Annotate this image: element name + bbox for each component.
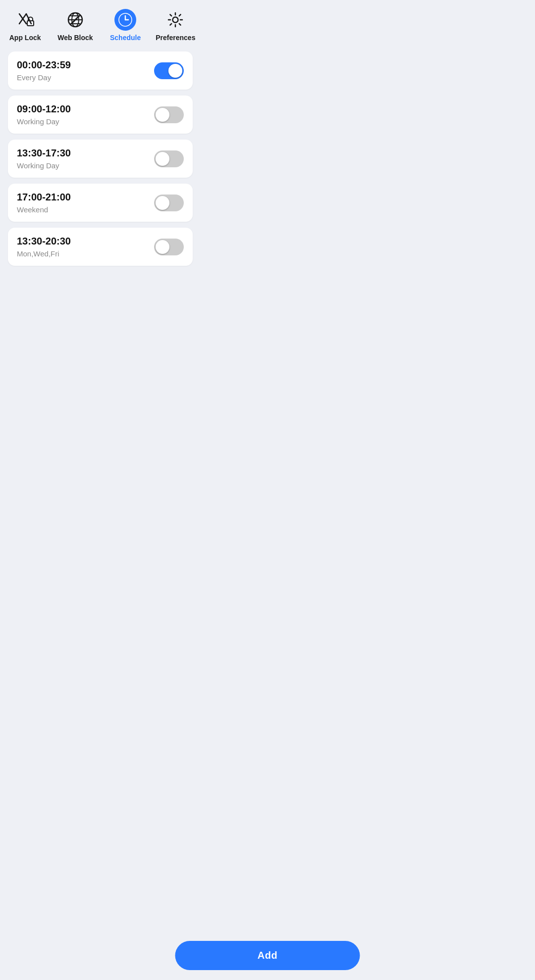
schedule-time-5: 13:30-20:30 xyxy=(17,236,71,247)
schedule-days-3: Working Day xyxy=(17,161,71,170)
schedule-toggle-4[interactable] xyxy=(154,195,184,211)
schedule-days-4: Weekend xyxy=(17,205,71,214)
nav-label-preferences: Preferences xyxy=(156,34,195,42)
nav-label-web-block: Web Block xyxy=(57,34,93,42)
schedule-days-5: Mon,Wed,Fri xyxy=(17,249,71,258)
toggle-track-4[interactable] xyxy=(154,195,184,211)
schedule-days-1: Every Day xyxy=(17,73,71,82)
schedule-toggle-3[interactable] xyxy=(154,150,184,167)
web-block-icon xyxy=(64,9,86,31)
toggle-thumb-3 xyxy=(156,152,169,166)
schedule-card-2[interactable]: 09:00-12:00 Working Day xyxy=(8,96,193,134)
schedule-time-1: 00:00-23:59 xyxy=(17,59,71,71)
app-lock-icon xyxy=(14,9,36,31)
nav-label-app-lock: App Lock xyxy=(9,34,41,42)
schedule-card-5[interactable]: 13:30-20:30 Mon,Wed,Fri xyxy=(8,228,193,266)
toggle-track-2[interactable] xyxy=(154,106,184,123)
nav-item-schedule[interactable]: Schedule xyxy=(101,9,151,42)
nav-label-schedule: Schedule xyxy=(110,34,141,42)
schedule-card-3[interactable]: 13:30-17:30 Working Day xyxy=(8,140,193,178)
svg-point-13 xyxy=(173,17,178,23)
toggle-track-1[interactable] xyxy=(154,62,184,79)
schedule-card-1[interactable]: 00:00-23:59 Every Day xyxy=(8,51,193,90)
schedule-toggle-2[interactable] xyxy=(154,106,184,123)
toggle-thumb-5 xyxy=(156,240,169,254)
schedule-time-2: 09:00-12:00 xyxy=(17,103,71,115)
schedule-list: 00:00-23:59 Every Day 09:00-12:00 Workin… xyxy=(0,47,201,271)
toggle-track-5[interactable] xyxy=(154,239,184,255)
preferences-icon xyxy=(164,9,186,31)
schedule-time-3: 13:30-17:30 xyxy=(17,147,71,159)
schedule-info-1: 00:00-23:59 Every Day xyxy=(17,59,71,82)
schedule-info-3: 13:30-17:30 Working Day xyxy=(17,147,71,170)
schedule-info-4: 17:00-21:00 Weekend xyxy=(17,192,71,214)
schedule-icon xyxy=(114,9,136,31)
toggle-thumb-4 xyxy=(156,196,169,210)
toggle-thumb-1 xyxy=(168,64,182,78)
schedule-info-5: 13:30-20:30 Mon,Wed,Fri xyxy=(17,236,71,258)
nav-item-preferences[interactable]: Preferences xyxy=(151,9,201,42)
schedule-time-4: 17:00-21:00 xyxy=(17,192,71,203)
schedule-card-4[interactable]: 17:00-21:00 Weekend xyxy=(8,184,193,222)
toggle-track-3[interactable] xyxy=(154,150,184,167)
nav-item-web-block[interactable]: Web Block xyxy=(50,9,100,42)
schedule-toggle-5[interactable] xyxy=(154,239,184,255)
top-nav: App Lock Web Block xyxy=(0,0,201,47)
nav-item-app-lock[interactable]: App Lock xyxy=(0,9,50,42)
schedule-toggle-1[interactable] xyxy=(154,62,184,79)
schedule-days-2: Working Day xyxy=(17,117,71,126)
schedule-info-2: 09:00-12:00 Working Day xyxy=(17,103,71,126)
toggle-thumb-2 xyxy=(156,108,169,122)
